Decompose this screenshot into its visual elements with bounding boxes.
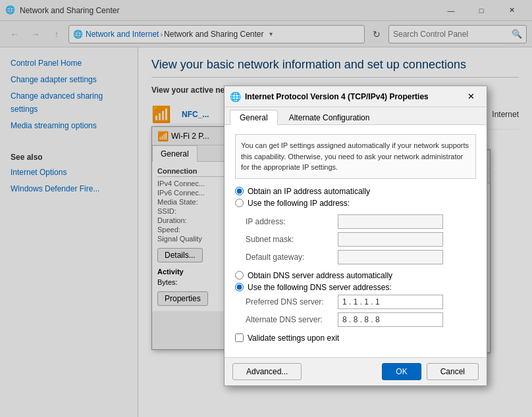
- subnet-mask-row: Subnet mask:: [246, 232, 476, 247]
- dialog-overlay: 🌐 Internet Protocol Version 4 (TCP/IPv4)…: [0, 0, 532, 417]
- manual-dns-row: Use the following DNS server addresses:: [235, 283, 476, 292]
- auto-dns-row: Obtain DNS server address automatically: [235, 271, 476, 280]
- auto-dns-label: Obtain DNS server address automatically: [248, 271, 392, 280]
- dialog-title-bar: 🌐 Internet Protocol Version 4 (TCP/IPv4)…: [225, 86, 487, 107]
- ip-address-input[interactable]: [338, 214, 443, 229]
- ok-button[interactable]: OK: [382, 363, 421, 380]
- validate-label: Validate settings upon exit: [248, 333, 339, 343]
- preferred-dns-label: Preferred DNS server:: [246, 297, 338, 307]
- dialog-title: Internet Protocol Version 4 (TCP/IPv4) P…: [245, 92, 460, 101]
- preferred-dns-input[interactable]: [338, 295, 443, 309]
- auto-dns-radio[interactable]: [235, 271, 244, 280]
- footer-right-buttons: OK Cancel: [382, 363, 479, 380]
- subnet-mask-label: Subnet mask:: [246, 235, 338, 244]
- manual-ip-label: Use the following IP address:: [248, 199, 350, 208]
- alternate-dns-input[interactable]: [338, 312, 443, 327]
- dialog-close-button[interactable]: ✕: [460, 87, 481, 106]
- dialog-footer: Advanced... OK Cancel: [225, 357, 487, 385]
- dialog-tabs: General Alternate Configuration: [225, 107, 487, 125]
- dialog-tab-general[interactable]: General: [230, 110, 278, 125]
- manual-ip-radio[interactable]: [235, 199, 244, 207]
- preferred-dns-row: Preferred DNS server:: [246, 295, 476, 309]
- validate-checkbox-row: Validate settings upon exit: [235, 333, 476, 343]
- auto-ip-row: Obtain an IP address automatically: [235, 187, 476, 196]
- dns-fields-group: Preferred DNS server: Alternate DNS serv…: [246, 295, 476, 327]
- subnet-mask-input[interactable]: [338, 232, 443, 247]
- ip-radio-group: Obtain an IP address automatically Use t…: [235, 187, 476, 208]
- alternate-dns-row: Alternate DNS server:: [246, 312, 476, 327]
- advanced-button[interactable]: Advanced...: [232, 363, 302, 380]
- gateway-input[interactable]: [338, 250, 443, 264]
- manual-dns-label: Use the following DNS server addresses:: [248, 283, 392, 292]
- tcp-ipv4-dialog: 🌐 Internet Protocol Version 4 (TCP/IPv4)…: [224, 86, 487, 386]
- dialog-tab-alternate[interactable]: Alternate Configuration: [279, 110, 380, 125]
- validate-checkbox[interactable]: [235, 333, 244, 342]
- dialog-icon: 🌐: [230, 91, 241, 102]
- ip-address-row: IP address:: [246, 214, 476, 229]
- dialog-description: You can get IP settings assigned automat…: [235, 134, 476, 179]
- alternate-dns-label: Alternate DNS server:: [246, 315, 338, 324]
- manual-dns-radio[interactable]: [235, 283, 244, 291]
- ip-address-label: IP address:: [246, 217, 338, 226]
- dns-section: Obtain DNS server address automatically …: [235, 271, 476, 327]
- auto-ip-label: Obtain an IP address automatically: [248, 187, 370, 196]
- dialog-body: You can get IP settings assigned automat…: [225, 125, 487, 357]
- auto-ip-radio[interactable]: [235, 187, 244, 195]
- manual-ip-row: Use the following IP address:: [235, 199, 476, 208]
- cancel-button[interactable]: Cancel: [427, 363, 479, 380]
- gateway-label: Default gateway:: [246, 253, 338, 262]
- gateway-row: Default gateway:: [246, 250, 476, 264]
- ip-fields-group: IP address: Subnet mask: Default gateway…: [246, 214, 476, 264]
